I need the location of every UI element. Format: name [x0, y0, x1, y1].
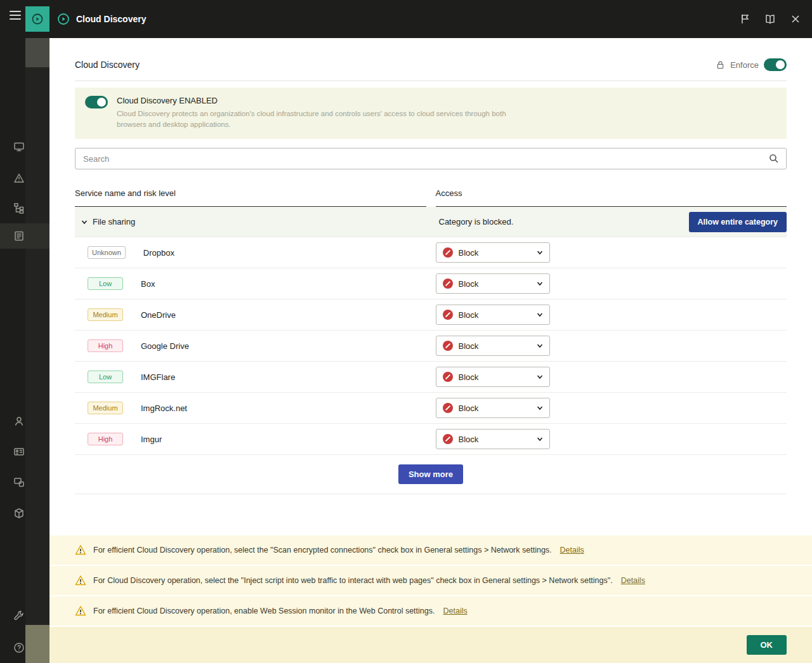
- block-icon: [443, 403, 453, 413]
- details-link[interactable]: Details: [560, 546, 584, 555]
- banner-title: Cloud Discovery ENABLED: [117, 96, 529, 105]
- category-expander[interactable]: File sharing: [75, 217, 429, 226]
- access-dropdown[interactable]: Block: [436, 336, 550, 356]
- details-link[interactable]: Details: [443, 607, 467, 615]
- packages-icon[interactable]: [13, 508, 25, 519]
- table-row: HighImgur Block: [75, 424, 787, 455]
- warning-banner: For Cloud Discovery operation, select th…: [49, 566, 812, 596]
- service-name: Box: [141, 279, 155, 289]
- warning-text: For efficient Cloud Discovery operation,…: [93, 546, 552, 555]
- block-icon: [443, 434, 453, 444]
- licenses-icon[interactable]: [13, 446, 25, 457]
- sidebar-active-item-highlight: [0, 223, 49, 249]
- lock-icon: [716, 60, 725, 70]
- warning-text: For efficient Cloud Discovery operation,…: [93, 607, 435, 615]
- service-name: IMGFlare: [141, 372, 175, 382]
- warning-icon: [75, 605, 86, 617]
- block-icon: [443, 341, 453, 351]
- users-icon[interactable]: [13, 416, 25, 427]
- chevron-down-icon: [537, 405, 543, 411]
- services-table: Service name and risk level Access File …: [75, 188, 787, 494]
- search-box: [75, 148, 787, 169]
- access-dropdown[interactable]: Block: [436, 242, 550, 263]
- enforce-control: Enforce: [716, 58, 787, 71]
- access-value: Block: [459, 435, 479, 444]
- help-icon[interactable]: [13, 642, 25, 653]
- category-status: Category is blocked.: [439, 217, 514, 226]
- risk-badge: Low: [88, 277, 123, 290]
- chevron-down-icon: [81, 219, 88, 225]
- close-icon[interactable]: [790, 13, 801, 25]
- service-name: Imgur: [141, 435, 162, 444]
- cloud-discovery-icon: [57, 13, 70, 25]
- allow-entire-category-button[interactable]: Allow entire category: [689, 212, 787, 232]
- risk-badge: Medium: [88, 402, 123, 414]
- hierarchy-icon[interactable]: [13, 202, 25, 214]
- details-link[interactable]: Details: [621, 576, 645, 585]
- access-dropdown[interactable]: Block: [436, 429, 550, 449]
- sidebar-scrollbar-thumb[interactable]: [25, 38, 49, 67]
- page-header: Cloud Discovery Enforce: [75, 38, 787, 81]
- policies-icon[interactable]: [13, 230, 25, 242]
- table-row: HighGoogle Drive Block: [75, 331, 787, 362]
- access-value: Block: [459, 248, 479, 258]
- warning-icon: [75, 575, 86, 586]
- menu-icon[interactable]: [10, 11, 21, 20]
- chevron-down-icon: [537, 280, 543, 287]
- warning-banner: For efficient Cloud Discovery operation,…: [49, 596, 812, 627]
- block-icon: [443, 372, 453, 382]
- block-icon: [443, 247, 453, 258]
- book-icon[interactable]: [764, 13, 776, 25]
- page-title: Cloud Discovery: [75, 60, 140, 70]
- search-icon[interactable]: [768, 153, 780, 164]
- sidebar-bottom-block: [25, 625, 49, 663]
- banner-description: Cloud Discovery protects an organization…: [117, 108, 529, 129]
- app-logo-tile[interactable]: [25, 6, 49, 32]
- show-more-button[interactable]: Show more: [398, 464, 463, 484]
- monitoring-icon[interactable]: [13, 141, 25, 152]
- search-input[interactable]: [75, 148, 787, 169]
- warning-icon: [75, 544, 86, 556]
- tools-icon[interactable]: [13, 610, 25, 622]
- access-value: Block: [459, 310, 479, 320]
- table-row: LowIMGFlare Block: [75, 362, 787, 393]
- column-access: Access: [436, 188, 787, 207]
- flag-icon[interactable]: [740, 13, 751, 25]
- access-dropdown[interactable]: Block: [436, 305, 550, 325]
- enforce-label: Enforce: [730, 60, 759, 70]
- table-row: MediumImgRock.net Block: [75, 393, 787, 424]
- alerts-icon[interactable]: [13, 173, 25, 184]
- bottom-block: For efficient Cloud Discovery operation,…: [49, 535, 812, 663]
- chevron-down-icon: [537, 249, 543, 256]
- risk-badge: Medium: [88, 308, 123, 321]
- table-row: UnknownDropbox Block: [75, 237, 787, 268]
- chevron-down-icon: [537, 343, 543, 349]
- risk-badge: Unknown: [88, 246, 126, 259]
- service-name: Google Drive: [141, 341, 189, 351]
- enforce-toggle[interactable]: [764, 58, 787, 71]
- access-dropdown[interactable]: Block: [436, 273, 550, 294]
- app-window: Cloud Discovery Cloud Discovery: [0, 0, 812, 663]
- devices-icon[interactable]: [13, 476, 25, 488]
- access-dropdown[interactable]: Block: [436, 398, 550, 418]
- access-dropdown[interactable]: Block: [436, 367, 550, 387]
- service-name: Dropbox: [143, 248, 174, 258]
- feature-banner: Cloud Discovery ENABLED Cloud Discovery …: [75, 88, 787, 139]
- footer-bar: OK: [49, 627, 812, 663]
- table-header: Service name and risk level Access: [75, 188, 787, 207]
- service-name: ImgRock.net: [141, 404, 187, 413]
- column-service-risk: Service name and risk level: [75, 188, 426, 207]
- table-row: LowBox Block: [75, 268, 787, 299]
- feature-toggle[interactable]: [85, 96, 108, 108]
- chevron-down-icon: [537, 312, 543, 318]
- access-value: Block: [459, 372, 479, 382]
- risk-badge: High: [88, 339, 123, 352]
- warning-text: For Cloud Discovery operation, select th…: [93, 576, 613, 585]
- app-icon: [31, 13, 44, 25]
- ok-button[interactable]: OK: [747, 635, 787, 655]
- topbar: Cloud Discovery: [0, 0, 812, 38]
- show-more-row: Show more: [75, 455, 787, 494]
- block-icon: [443, 279, 453, 289]
- warning-banner: For efficient Cloud Discovery operation,…: [49, 535, 812, 566]
- sidebar: [0, 0, 49, 663]
